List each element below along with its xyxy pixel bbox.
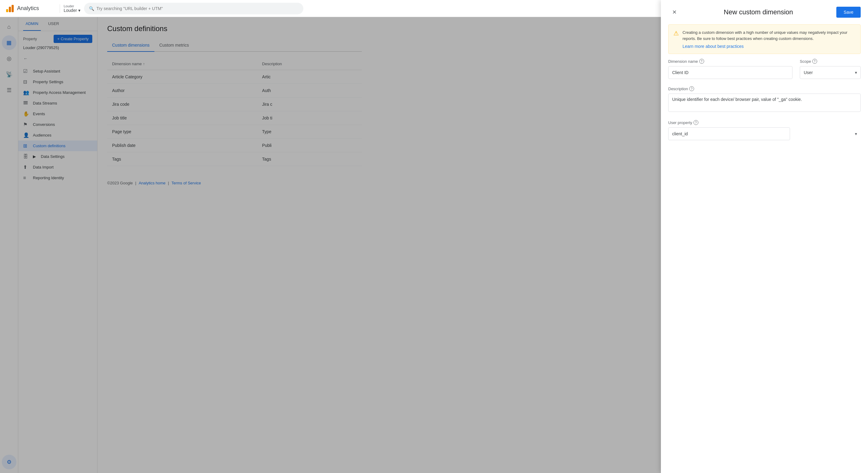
property-selector[interactable]: Louder ▾ bbox=[64, 8, 81, 13]
svg-rect-1 bbox=[9, 7, 11, 12]
form-group-scope: Scope ? Event User bbox=[800, 59, 861, 79]
warning-icon: ⚠ bbox=[673, 30, 679, 49]
close-button[interactable]: ✕ bbox=[668, 6, 680, 18]
form-section: Dimension name ? Scope ? Event User bbox=[661, 59, 868, 148]
form-group-description: Description ? Unique identifier for each… bbox=[668, 86, 861, 113]
svg-rect-2 bbox=[11, 5, 14, 12]
analytics-logo-icon bbox=[5, 4, 14, 13]
form-group-dimension-name: Dimension name ? bbox=[668, 59, 793, 79]
warning-banner: ⚠ Creating a custom dimension with a hig… bbox=[668, 24, 861, 54]
learn-more-link[interactable]: Learn more about best practices bbox=[683, 44, 856, 49]
user-property-label: User property ? bbox=[668, 120, 861, 125]
search-bar[interactable]: 🔍 bbox=[84, 3, 303, 14]
dimension-name-label: Dimension name ? bbox=[668, 59, 793, 64]
side-panel-title: New custom dimension bbox=[724, 8, 793, 16]
save-button[interactable]: Save bbox=[836, 7, 861, 18]
form-row-description: Description ? Unique identifier for each… bbox=[668, 86, 861, 113]
description-textarea[interactable]: Unique identifier for each device/ brows… bbox=[668, 94, 861, 112]
svg-rect-0 bbox=[6, 9, 8, 12]
form-row-user-property: User property ? client_id bbox=[668, 120, 861, 140]
account-name: Louder bbox=[64, 4, 74, 8]
description-help-icon[interactable]: ? bbox=[689, 86, 694, 91]
scope-select[interactable]: Event User bbox=[800, 66, 861, 79]
side-panel: ✕ New custom dimension Save ⚠ Creating a… bbox=[661, 0, 868, 473]
user-property-select-wrapper: client_id bbox=[668, 127, 861, 140]
user-property-help-icon[interactable]: ? bbox=[693, 120, 699, 125]
form-group-user-property: User property ? client_id bbox=[668, 120, 861, 140]
form-row-name-scope: Dimension name ? Scope ? Event User bbox=[668, 59, 861, 79]
dimension-name-help-icon[interactable]: ? bbox=[699, 59, 704, 64]
search-icon: 🔍 bbox=[89, 6, 94, 11]
scope-select-wrapper: Event User bbox=[800, 66, 861, 79]
warning-content: Creating a custom dimension with a high … bbox=[683, 30, 856, 49]
scope-help-icon[interactable]: ? bbox=[812, 59, 817, 64]
warning-text: Creating a custom dimension with a high … bbox=[683, 30, 847, 41]
dimension-name-input[interactable] bbox=[668, 66, 793, 79]
account-selector[interactable]: Louder Louder ▾ bbox=[60, 4, 81, 13]
description-label: Description ? bbox=[668, 86, 861, 91]
app-logo[interactable]: Analytics bbox=[5, 4, 54, 13]
search-input[interactable] bbox=[97, 6, 299, 11]
side-panel-header: ✕ New custom dimension Save bbox=[661, 0, 868, 24]
user-property-select[interactable]: client_id bbox=[668, 127, 790, 140]
scope-label: Scope ? bbox=[800, 59, 861, 64]
app-name: Analytics bbox=[17, 5, 39, 11]
